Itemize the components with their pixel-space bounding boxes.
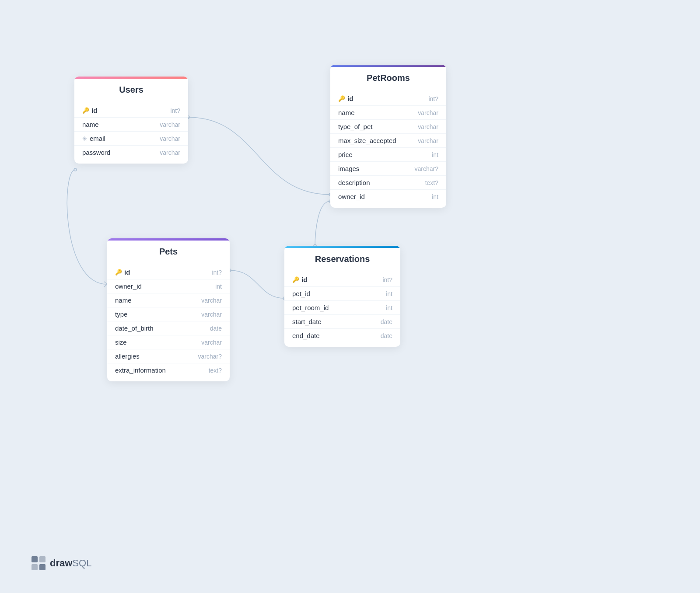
table-pets[interactable]: Pets 🔑 id int? owner_id int name varchar…: [107, 238, 230, 381]
table-row: owner_id int: [107, 279, 230, 293]
svg-point-2: [74, 168, 77, 171]
table-row: images varchar?: [330, 162, 446, 176]
table-reservations[interactable]: Reservations 🔑 id int? pet_id int pet_ro…: [284, 246, 400, 347]
table-row: date_of_birth date: [107, 321, 230, 335]
table-row: 🔑 id int?: [74, 104, 188, 118]
table-row: size varchar: [107, 335, 230, 349]
table-row: password varchar: [74, 146, 188, 159]
drawsql-logo-icon: [31, 555, 46, 571]
brand-text: drawSQL: [50, 558, 91, 569]
petrooms-header: PetRooms: [330, 65, 446, 89]
table-row: start_date date: [284, 315, 400, 329]
table-row: type varchar: [107, 307, 230, 321]
table-row: description text?: [330, 176, 446, 190]
table-row: end_date date: [284, 329, 400, 342]
reservations-body: 🔑 id int? pet_id int pet_room_id int sta…: [284, 270, 400, 347]
key-icon: 🔑: [82, 107, 89, 114]
table-row: 🔑 id int?: [107, 265, 230, 279]
table-row: name varchar: [107, 293, 230, 307]
table-row: name varchar: [330, 106, 446, 120]
brand-bar: drawSQL: [31, 555, 91, 571]
svg-rect-10: [39, 556, 46, 562]
petrooms-body: 🔑 id int? name varchar type_of_pet varch…: [330, 89, 446, 208]
table-row: 🔑 id int?: [330, 92, 446, 106]
users-body: 🔑 id int? name varchar ✳ email varchar: [74, 101, 188, 164]
table-row: extra_information text?: [107, 363, 230, 377]
table-row: pet_room_id int: [284, 301, 400, 315]
table-petrooms[interactable]: PetRooms 🔑 id int? name varchar type_of_…: [330, 65, 446, 208]
key-icon: 🔑: [292, 276, 299, 283]
key-icon: 🔑: [115, 269, 122, 276]
pets-header: Pets: [107, 238, 230, 263]
table-row: allergies varchar?: [107, 349, 230, 363]
table-row: type_of_pet varchar: [330, 120, 446, 134]
table-row: 🔑 id int?: [284, 273, 400, 287]
svg-line-3: [104, 282, 107, 284]
key-icon: 🔑: [338, 95, 345, 102]
svg-line-4: [104, 284, 107, 287]
svg-rect-9: [32, 556, 38, 562]
users-header: Users: [74, 77, 188, 101]
svg-rect-11: [32, 564, 38, 570]
reservations-header: Reservations: [284, 246, 400, 270]
table-row: ✳ email varchar: [74, 132, 188, 146]
table-row: price int: [330, 148, 446, 162]
asterisk-icon: ✳: [82, 135, 88, 142]
table-users[interactable]: Users 🔑 id int? name varchar ✳ email: [74, 77, 188, 164]
table-row: pet_id int: [284, 287, 400, 301]
table-row: name varchar: [74, 118, 188, 132]
table-row: max_size_accepted varchar: [330, 134, 446, 148]
svg-rect-12: [39, 564, 46, 570]
canvas: Users 🔑 id int? name varchar ✳ email: [0, 0, 700, 593]
table-row: owner_id int: [330, 190, 446, 203]
pets-body: 🔑 id int? owner_id int name varchar type…: [107, 263, 230, 381]
